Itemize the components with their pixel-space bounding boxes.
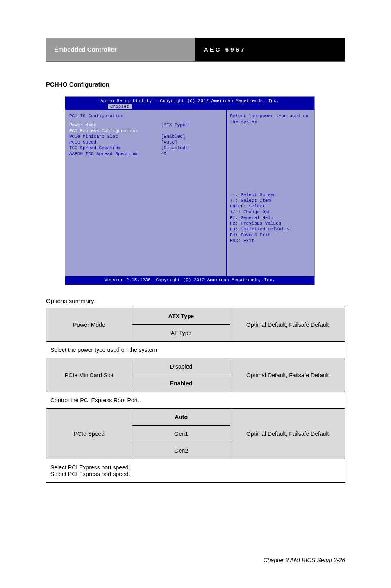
bios-help-line: F4: Save & Exit <box>230 232 289 238</box>
bios-row-label: PCIe MiniCard Slot <box>69 134 161 139</box>
bios-title: Aptio Setup Utility – Copyright (C) 2012… <box>65 97 314 103</box>
bios-help-line: →←: Select Screen <box>230 192 289 198</box>
bios-row-value: [Enabled] <box>161 134 185 139</box>
bios-row-label: AAEON ICC Spread Spectrum <box>69 151 161 157</box>
bios-help-line: F3: Optimized Defaults <box>230 226 289 232</box>
opt-value: AT Type <box>132 325 230 342</box>
bios-row-value: [ATX Type] <box>161 122 188 128</box>
opt-value: Gen2 <box>132 442 230 459</box>
chapter-footer: Chapter 3 AMI BIOS Setup 3-36 <box>264 557 345 563</box>
bios-key-help: →←: Select Screen↑↓: Select ItemEnter: S… <box>230 192 289 244</box>
options-table: Power ModeATX TypeOptimal Default, Fails… <box>46 308 345 483</box>
bios-left-pane: PCH-IO Configuration Power Mode[ATX Type… <box>65 110 227 276</box>
opt-value: Gen1 <box>132 426 230 442</box>
opt-default: Optimal Default, Failsafe Default <box>230 358 345 392</box>
bios-help-line: F2: Previous Values <box>230 221 289 226</box>
opt-value: Enabled <box>132 375 230 392</box>
opt-value: Auto <box>132 409 230 426</box>
page-header-bar: Embedded Controller A E C - 6 9 6 7 <box>46 38 345 62</box>
bios-help-line: Enter: Select <box>230 203 289 209</box>
opt-default: Optimal Default, Failsafe Default <box>230 409 345 459</box>
options-label: Options summary: <box>46 297 96 304</box>
opt-name: PCIe MiniCard Slot <box>46 358 132 392</box>
opt-description: Select PCI Express port speed. Select PC… <box>46 459 345 483</box>
bios-row-label: Power Mode <box>69 122 161 128</box>
bios-row-value: [Disabled] <box>161 145 188 151</box>
bios-right-pane: Select the power type used on the system… <box>227 110 314 276</box>
opt-value: Disabled <box>132 358 230 375</box>
bios-help-line: ESC: Exit <box>230 238 289 244</box>
opt-default: Optimal Default, Failsafe Default <box>230 308 345 342</box>
opt-description: Control the PCI Express Root Port. <box>46 392 345 409</box>
bios-row-label: PCI Express Configuration <box>69 128 161 134</box>
bios-heading: PCH-IO Configuration <box>69 113 161 119</box>
section-title: PCH-IO Configuration <box>46 81 109 88</box>
bios-help-top: Select the power type used on the system <box>230 113 311 125</box>
opt-name: Power Mode <box>46 308 132 342</box>
bios-footer: Version 2.15.1236. Copyright (C) 2012 Am… <box>65 276 314 284</box>
header-left: Embedded Controller <box>46 38 196 62</box>
bios-tab-row: Chipset <box>65 103 314 110</box>
opt-description: Select the power type used on the system <box>46 342 345 358</box>
bios-help-line: +/-: Change Opt. <box>230 209 289 215</box>
bios-row-label: ICC Spread Spectrum <box>69 145 161 151</box>
bios-tab-active: Chipset <box>108 104 132 109</box>
bios-help-line: F1: General Help <box>230 215 289 221</box>
bios-row-value: 45 <box>161 151 166 157</box>
header-right: A E C - 6 9 6 7 <box>196 38 345 62</box>
bios-row-label: PCIe Speed <box>69 139 161 145</box>
opt-value: ATX Type <box>132 308 230 325</box>
bios-screenshot: Aptio Setup Utility – Copyright (C) 2012… <box>65 96 315 285</box>
bios-row-value: [Auto] <box>161 139 177 145</box>
bios-help-line: ↑↓: Select Item <box>230 198 289 203</box>
opt-name: PCIe Speed <box>46 409 132 459</box>
